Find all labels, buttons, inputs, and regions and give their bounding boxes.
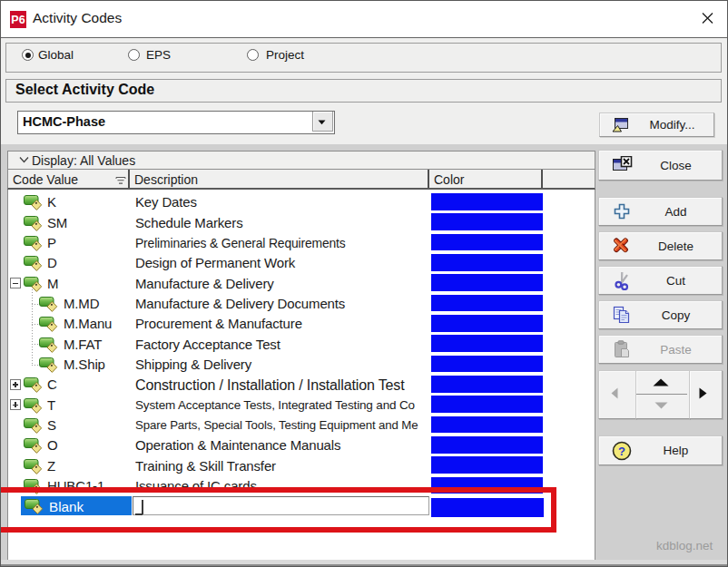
svg-text:?: ?: [618, 445, 625, 458]
